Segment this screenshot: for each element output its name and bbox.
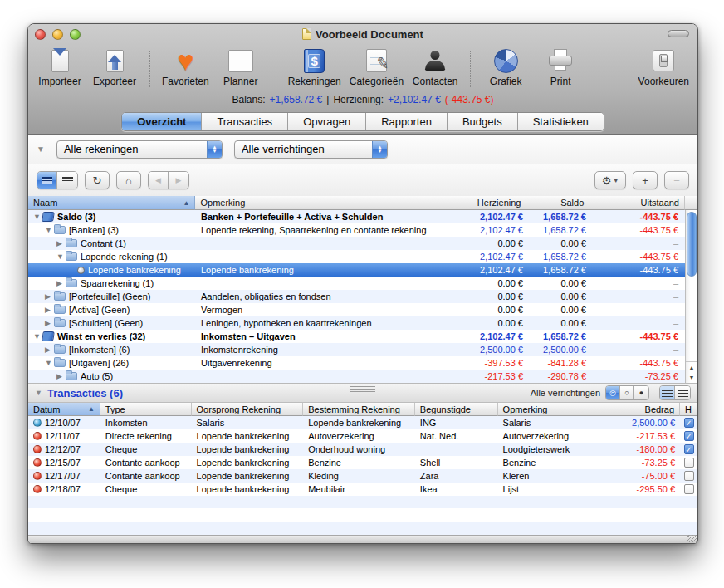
account-row[interactable]: ▶[Portefeuille] (Geen)Aandelen, obligati… bbox=[28, 290, 697, 303]
cleared-checkbox[interactable]: ✓ bbox=[684, 431, 694, 441]
tree-view-button[interactable] bbox=[37, 172, 57, 189]
tab-rapporten[interactable]: Rapporten bbox=[366, 113, 448, 130]
tx-column-header-datum[interactable]: Datum▲ bbox=[28, 403, 100, 416]
accounts-filter-popup[interactable]: Alle rekeningen ▲▼ bbox=[56, 140, 223, 159]
cleared-checkbox[interactable] bbox=[684, 484, 694, 494]
home-icon: ⌂ bbox=[125, 175, 132, 186]
disclosure-closed-icon[interactable]: ▶ bbox=[45, 319, 54, 327]
filters-disclosure-icon[interactable]: ▼ bbox=[37, 145, 45, 154]
tx-column-header-opmerking[interactable]: Opmerking bbox=[498, 403, 610, 416]
transaction-row[interactable]: 12/12/07ChequeLopende bankrekeningOnderh… bbox=[28, 443, 697, 456]
close-button[interactable] bbox=[35, 29, 46, 40]
toolbar-item-contacten[interactable]: Contacten bbox=[412, 47, 458, 87]
home-button[interactable]: ⌂ bbox=[116, 171, 141, 189]
export-icon bbox=[106, 50, 124, 72]
tx-column-header-begunstigde[interactable]: Begunstigde bbox=[415, 403, 498, 416]
column-header-opmerking[interactable]: Opmerking bbox=[195, 196, 452, 210]
forward-button[interactable]: ▶ bbox=[169, 172, 188, 189]
tx-column-header-oorsprong rekening[interactable]: Oorsprong Rekening bbox=[192, 403, 304, 416]
scrollbar-thumb[interactable] bbox=[687, 212, 697, 277]
tab-budgets[interactable]: Budgets bbox=[448, 113, 518, 130]
tx-column-header-type[interactable]: Type bbox=[100, 403, 192, 416]
account-row[interactable]: ▶[Inkomsten] (6)Inkomstenrekening2,500.0… bbox=[28, 343, 697, 356]
filter-cleared-button[interactable]: ● bbox=[634, 386, 648, 399]
account-row[interactable]: ▶Auto (5)-217.53 €-290.78 €-73.25 € bbox=[28, 370, 697, 383]
scroll-down-button[interactable]: ▼ bbox=[686, 373, 697, 384]
disclosure-open-icon[interactable]: ▼ bbox=[45, 226, 54, 234]
disclosure-open-icon[interactable]: ▼ bbox=[33, 332, 42, 341]
account-row[interactable]: ▼Saldo (3)Banken + Portefeuille + Activa… bbox=[28, 210, 697, 223]
radio-empty-icon: ○ bbox=[624, 389, 629, 397]
tx-column-header-bedrag[interactable]: Bedrag bbox=[609, 403, 680, 416]
filter-all-button[interactable]: ◎ bbox=[606, 386, 620, 399]
flat-view-button[interactable] bbox=[57, 172, 77, 189]
toolbar-item-grafiek[interactable]: Grafiek bbox=[482, 47, 529, 87]
account-row[interactable]: ▶Spaarrekening (1)0.00 €0.00 €– bbox=[28, 277, 697, 290]
transaction-row[interactable]: 12/11/07Directe rekeningLopende bankreke… bbox=[28, 429, 697, 443]
action-gear-button[interactable]: ⚙ ▼ bbox=[594, 171, 626, 189]
disclosure-open-icon[interactable]: ▼ bbox=[56, 252, 66, 261]
toolbar-item-print[interactable]: Print bbox=[537, 47, 584, 87]
toolbar-item-rekeningen[interactable]: $Rekeningen bbox=[288, 47, 341, 87]
disclosure-closed-icon[interactable]: ▶ bbox=[56, 279, 66, 287]
disclosure-closed-icon[interactable]: ▶ bbox=[56, 372, 66, 380]
account-row[interactable]: ▶[Activa] (Geen)Vermogen0.00 €0.00 €– bbox=[28, 303, 697, 316]
tx-column-header-h[interactable]: H bbox=[680, 403, 697, 416]
tx-detail-view-button[interactable] bbox=[675, 386, 690, 399]
remove-button[interactable]: − bbox=[664, 171, 689, 189]
transactions-disclosure-icon[interactable]: ▼ bbox=[35, 389, 42, 397]
account-row[interactable]: ▼[Uitgaven] (26)Uitgavenrekening-397.53 … bbox=[28, 356, 697, 370]
toolbar-item-favorieten[interactable]: ♥Favorieten bbox=[162, 47, 209, 87]
toolbar-item-categorieën[interactable]: ✎Categorieën bbox=[350, 47, 404, 87]
toolbar-item-importeer[interactable]: Importeer bbox=[37, 47, 83, 87]
toolbar-item-voorkeuren[interactable]: Voorkeuren bbox=[638, 47, 689, 87]
cleared-checkbox[interactable] bbox=[684, 458, 694, 468]
account-row[interactable]: ▼Lopende rekening (1)2,102.47 €1,658.72 … bbox=[28, 250, 697, 263]
cleared-checkbox[interactable]: ✓ bbox=[684, 418, 694, 428]
zoom-button[interactable] bbox=[70, 29, 81, 40]
transactions-filter-popup[interactable]: Alle verrichtingen ▲▼ bbox=[234, 140, 388, 159]
cleared-checkbox[interactable]: ✓ bbox=[684, 444, 694, 454]
transaction-row[interactable]: 12/18/07ChequeLopende bankrekeningMeubil… bbox=[28, 483, 697, 496]
titlebar[interactable]: Voorbeeld Document bbox=[28, 24, 697, 44]
column-header-naam[interactable]: Naam▲ bbox=[28, 196, 195, 210]
column-header-uitstaand[interactable]: Uitstaand bbox=[589, 196, 685, 210]
toolbar-item-exporteer[interactable]: Exporteer bbox=[91, 47, 138, 87]
disclosure-closed-icon[interactable]: ▶ bbox=[45, 292, 54, 301]
account-row[interactable]: ▶[Schulden] (Geen)Leningen, hypotheken e… bbox=[28, 316, 697, 330]
account-row[interactable]: ▶Contant (1)0.00 €0.00 €– bbox=[28, 237, 697, 250]
scroll-up-button[interactable]: ▲ bbox=[686, 362, 697, 373]
transaction-row[interactable]: 12/10/07InkomstenSalarisLopende bankreke… bbox=[28, 416, 697, 429]
back-button[interactable]: ◀ bbox=[149, 172, 169, 189]
tab-statistieken[interactable]: Statistieken bbox=[518, 113, 604, 130]
tab-opvragen[interactable]: Opvragen bbox=[288, 113, 366, 130]
account-row[interactable]: Lopende bankrekeningLopende bankrekening… bbox=[28, 263, 697, 277]
add-button[interactable]: + bbox=[633, 171, 658, 189]
account-row[interactable]: ▼Winst en verlies (32)Inkomsten – Uitgav… bbox=[28, 330, 697, 343]
transaction-row[interactable]: 12/17/07Contante aankoopLopende bankreke… bbox=[28, 469, 697, 483]
cleared-checkbox[interactable] bbox=[684, 471, 694, 481]
column-header-herziening[interactable]: Herziening bbox=[452, 196, 527, 210]
minimize-button[interactable] bbox=[52, 29, 63, 40]
splitter-grip[interactable] bbox=[350, 386, 375, 392]
disclosure-closed-icon[interactable]: ▶ bbox=[45, 345, 54, 354]
disclosure-closed-icon[interactable]: ▶ bbox=[45, 306, 54, 314]
toolbar-item-planner[interactable]: Planner bbox=[218, 47, 264, 87]
account-row[interactable]: ▼[Banken] (3)Lopende rekening, Spaarreke… bbox=[28, 223, 697, 237]
vertical-scrollbar[interactable]: ▲ ▼ bbox=[685, 210, 697, 383]
account-name: Winst en verlies (32) bbox=[57, 331, 145, 341]
tab-overzicht[interactable]: Overzicht bbox=[122, 113, 202, 130]
disclosure-open-icon[interactable]: ▼ bbox=[45, 359, 54, 367]
disclosure-open-icon[interactable]: ▼ bbox=[33, 213, 42, 221]
transaction-row[interactable]: 12/15/07Contante aankoopLopende bankreke… bbox=[28, 456, 697, 469]
tx-column-header-bestemming rekening[interactable]: Bestemming Rekening bbox=[303, 403, 415, 416]
column-header-saldo[interactable]: Saldo bbox=[526, 196, 589, 210]
filter-open-button[interactable]: ○ bbox=[620, 386, 634, 399]
tx-opmerking-cell: Loodgieterswerk bbox=[498, 443, 610, 456]
toolbar-toggle-pill[interactable] bbox=[668, 30, 689, 37]
resize-grip-icon[interactable] bbox=[687, 535, 697, 542]
refresh-button[interactable]: ↻ bbox=[85, 171, 110, 189]
tab-transacties[interactable]: Transacties bbox=[202, 113, 288, 130]
tx-list-view-button[interactable] bbox=[660, 386, 675, 399]
disclosure-closed-icon[interactable]: ▶ bbox=[56, 239, 66, 247]
